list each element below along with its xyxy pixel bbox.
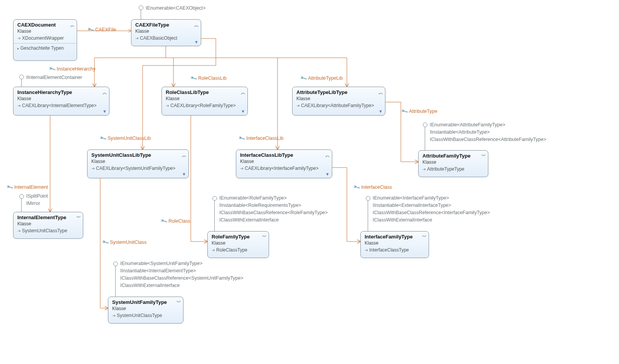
class-title: AttributeFamilyType — [422, 153, 484, 159]
class-stereotype: Klasse — [240, 159, 328, 164]
filter-icon[interactable]: ▼ — [182, 172, 186, 176]
lollipop-icon — [139, 5, 143, 10]
interface-label: IEnumerable<AttributeFamilyType> IInstan… — [430, 121, 546, 143]
class-stereotype: Klasse — [17, 96, 105, 101]
class-attributetypelibtype[interactable]: AttributeTypeLibType Klasse CAEXLibrary<… — [292, 87, 385, 116]
class-interfaceclasslibtype[interactable]: InterfaceClassLibType Klasse CAEXLibrary… — [236, 149, 332, 178]
class-base: XDocumentWrapper — [17, 35, 73, 41]
class-title: SystemUnitClassLibType — [91, 152, 185, 158]
class-base: CAEXLibrary<SystemUnitFamilyType> — [91, 166, 185, 171]
assoc-internalelement: 🔧InternalElement — [7, 185, 48, 190]
lollipop-stem — [368, 201, 368, 231]
class-title: RoleClassLibType — [166, 89, 244, 95]
collapse-icon[interactable]: ︽ — [103, 89, 106, 96]
class-internalelementtype[interactable]: InternalElementType Klasse SystemUnitCla… — [13, 212, 83, 239]
class-title: SystemUnitFamilyType — [112, 299, 179, 305]
wrench-icon: 🔧 — [300, 74, 308, 82]
class-title: RoleFamilyType — [212, 234, 265, 240]
class-base: AttributeTypeType — [422, 166, 484, 172]
assoc-caexfile: 🔧CAEXFile — [88, 27, 116, 32]
lollipop-icon — [366, 196, 370, 201]
assoc-interfaceclass: 🔧InterfaceClass — [354, 185, 392, 190]
class-instancehierarchytype[interactable]: InstanceHierarchyType Klasse CAEXLibrary… — [13, 87, 109, 116]
class-interfacefamilytype[interactable]: InterfaceFamilyType Klasse InterfaceClas… — [360, 231, 429, 258]
assoc-interfaceclasslib: 🔧InterfaceClassLib — [239, 136, 284, 141]
class-title: CAEXFileType — [135, 22, 197, 28]
class-rolefamilytype[interactable]: RoleFamilyType Klasse RoleClassType ︾ — [207, 231, 269, 258]
class-caexdocument[interactable]: CAEXDocument Klasse XDocumentWrapper Ges… — [13, 19, 77, 61]
class-diagram-canvas: CAEXDocument Klasse XDocumentWrapper Ges… — [0, 0, 619, 364]
class-base: CAEXLibrary<RoleFamilyType> — [166, 103, 244, 108]
assoc-roleclasslib: 🔧RoleClassLib — [191, 75, 227, 81]
assoc-systemunitclass: 🔧SystemUnitClass — [103, 240, 146, 245]
class-base: CAEXLibrary<InterfaceFamilyType> — [240, 166, 328, 171]
class-roleclasslibtype[interactable]: RoleClassLibType Klasse CAEXLibrary<Role… — [161, 87, 248, 116]
lollipop-icon — [113, 262, 118, 266]
interface-label: IEnumerable<SystemUnitFamilyType> IInsta… — [120, 260, 244, 289]
lollipop-stem — [115, 266, 116, 297]
wrench-icon: 🔧 — [190, 74, 198, 82]
class-stereotype: Klasse — [91, 159, 185, 164]
expand-icon[interactable]: ︾ — [177, 299, 180, 306]
class-stereotype: Klasse — [17, 221, 79, 226]
class-base: SystemUnitClassType — [17, 228, 79, 233]
class-caexfiletype[interactable]: CAEXFileType Klasse CAEXBasicObject ︽ ▼ — [131, 19, 201, 46]
expand-icon[interactable]: ︾ — [76, 215, 80, 221]
class-base: CAEXLibrary<InternalElementType> — [17, 103, 105, 108]
interface-label: IEnumerable<RoleFamilyType> IInstantiabl… — [219, 195, 328, 224]
wrench-icon: 🔧 — [99, 134, 107, 142]
class-stereotype: Klasse — [17, 29, 73, 34]
expand-icon[interactable]: ︾ — [481, 153, 485, 159]
class-title: InstanceHierarchyType — [17, 89, 105, 95]
class-stereotype: Klasse — [422, 159, 484, 165]
class-stereotype: Klasse — [112, 306, 179, 311]
collapse-icon[interactable]: ︽ — [325, 152, 329, 159]
class-base: CAEXBasicObject — [135, 35, 197, 41]
wrench-icon: 🔧 — [102, 238, 109, 246]
class-base: SystemUnitClassType — [112, 313, 179, 318]
lollipop-stem — [141, 10, 141, 19]
assoc-systemunitclasslib: 🔧SystemUnitClassLib — [100, 136, 151, 141]
filter-icon[interactable]: ▼ — [378, 109, 383, 114]
class-section[interactable]: Geschachtelte Typen — [13, 43, 77, 51]
class-stereotype: Klasse — [365, 240, 425, 246]
class-attributefamilytype[interactable]: AttributeFamilyType Klasse AttributeType… — [418, 150, 488, 177]
class-stereotype: Klasse — [296, 96, 381, 101]
interface-label: ISplitPoint IMirror — [26, 193, 48, 207]
collapse-icon[interactable]: ︽ — [194, 22, 198, 29]
wrench-icon: 🔧 — [6, 183, 14, 191]
wrench-icon: 🔧 — [49, 65, 56, 73]
class-title: AttributeTypeLibType — [296, 89, 381, 95]
class-systemunitclasslibtype[interactable]: SystemUnitClassLibType Klasse CAEXLibrar… — [87, 149, 189, 178]
filter-icon[interactable]: ▼ — [241, 109, 245, 114]
class-title: InternalElementType — [17, 215, 79, 220]
class-stereotype: Klasse — [212, 240, 265, 246]
connector-layer — [0, 0, 619, 364]
expand-icon[interactable]: ︾ — [422, 234, 426, 240]
collapse-icon[interactable]: ︽ — [378, 89, 382, 96]
assoc-roleclass: 🔧RoleClass — [161, 218, 190, 224]
wrench-icon: 🔧 — [353, 183, 361, 191]
interface-label: IInternalElementContainer — [26, 74, 82, 81]
lollipop-stem — [425, 127, 425, 150]
assoc-attributetype: 🔧AttributeType — [402, 109, 437, 114]
interface-label: IEnumerable<InterfaceFamilyType> IInstan… — [373, 195, 490, 224]
collapse-icon[interactable]: ︽ — [241, 89, 244, 96]
filter-icon[interactable]: ▼ — [194, 40, 198, 44]
lollipop-icon — [423, 122, 427, 127]
filter-icon[interactable]: ▼ — [103, 109, 107, 114]
class-base: RoleClassType — [212, 247, 265, 253]
collapse-icon[interactable]: ︽ — [70, 22, 74, 29]
expand-icon[interactable]: ︾ — [262, 234, 266, 240]
wrench-icon: 🔧 — [238, 134, 246, 142]
collapse-icon[interactable]: ︽ — [182, 152, 185, 159]
lollipop-icon — [212, 196, 217, 201]
wrench-icon: 🔧 — [87, 26, 95, 34]
class-stereotype: Klasse — [166, 96, 244, 101]
filter-icon[interactable]: ▼ — [325, 172, 330, 176]
interface-label: IEnumerable<CAEXObject> — [146, 5, 206, 12]
assoc-instancehierarchy: 🔧InstanceHierarchy — [49, 66, 96, 72]
lollipop-stem — [214, 201, 215, 231]
lollipop-stem — [21, 199, 22, 212]
class-systemunitfamilytype[interactable]: SystemUnitFamilyType Klasse SystemUnitCl… — [108, 297, 183, 324]
